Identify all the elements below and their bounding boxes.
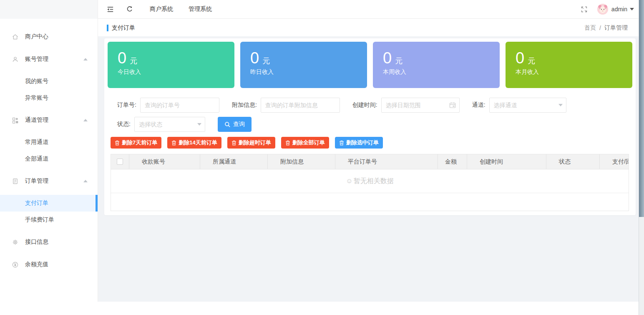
sidebar-item-label: 商户中心 — [25, 33, 48, 40]
sidebar-item-balance-recharge[interactable]: 余额充值 — [0, 253, 98, 276]
sidebar-item-common-channels[interactable]: 常用通道 — [0, 134, 98, 151]
top-header: 商户系统 管理系统 admin — [98, 0, 644, 19]
stat-card-yesterday: 0元 昨日收入 — [240, 42, 367, 88]
search-icon — [224, 121, 231, 128]
trash-icon — [171, 140, 176, 146]
sidebar-item-merchant-center[interactable]: 商户中心 — [0, 25, 98, 48]
stat-card-today: 0元 今日收入 — [108, 42, 234, 88]
header-cell: 收款账号 — [129, 154, 200, 169]
vertical-scrollbar[interactable] — [639, 0, 644, 315]
breadcrumb-bar: 支付订单 首页 / 订单管理 — [98, 19, 644, 36]
table-header: 收款账号 所属通道 附加信息 平台订单号 金额 创建时间 状态 支付/回... — [111, 154, 629, 169]
sidebar-logo-area — [0, 0, 98, 19]
sidebar-item-label: 余额充值 — [25, 261, 48, 268]
order-no-input[interactable] — [140, 98, 219, 113]
button-label: 删除14天前订单 — [179, 139, 217, 146]
chevron-down-icon[interactable] — [630, 8, 634, 10]
fullscreen-icon[interactable] — [580, 5, 589, 14]
empty-state: ☺ 暂无相关数据 — [111, 169, 629, 193]
stat-value: 0 — [516, 49, 524, 67]
button-label: 删除超时订单 — [239, 139, 271, 146]
content-panel: 0元 今日收入 0元 昨日收入 0元 本周收入 0元 本月收入 — [104, 38, 636, 215]
trash-icon — [339, 140, 344, 146]
header-cell: 支付/回... — [600, 154, 629, 169]
stat-unit: 元 — [395, 57, 402, 65]
sidebar-item-api-info[interactable]: 接口信息 — [0, 231, 98, 253]
button-label: 删除全部订单 — [292, 139, 325, 146]
search-button[interactable]: 查询 — [218, 117, 252, 132]
sidebar-submenu-order: 支付订单 手续费订单 — [0, 195, 98, 228]
avatar[interactable] — [597, 4, 608, 15]
nav-admin-system[interactable]: 管理系统 — [189, 5, 212, 13]
delete-14day-orders-button[interactable]: 删除14天前订单 — [167, 137, 221, 149]
page-title: 支付订单 — [112, 24, 135, 32]
chevron-up-icon — [83, 58, 88, 60]
sidebar-item-label: 接口信息 — [25, 238, 48, 246]
filter-form: 订单号: 附加信息: 创建时间: — [117, 98, 632, 132]
extra-info-label: 附加信息: — [232, 101, 257, 109]
channels-icon — [11, 116, 19, 124]
delete-timeout-orders-button[interactable]: 删除超时订单 — [227, 137, 275, 149]
bulk-actions: 删除7天前订单 删除14天前订单 删除超时订单 删除全部订单 删除选中订单 — [111, 137, 632, 149]
header-cell: 状态 — [546, 154, 600, 169]
header-cell: 金额 — [438, 154, 467, 169]
sidebar-item-payment-orders[interactable]: 支付订单 — [0, 195, 98, 212]
stat-value: 0 — [118, 49, 126, 67]
bottom-strip — [0, 302, 644, 315]
breadcrumb: 首页 / 订单管理 — [584, 24, 644, 32]
sidebar-item-label: 通道管理 — [25, 116, 48, 124]
sidebar-item-label: 支付订单 — [25, 199, 48, 207]
sidebar-item-fee-orders[interactable]: 手续费订单 — [0, 212, 98, 228]
sidebar-submenu-channel: 常用通道 全部通道 — [0, 134, 98, 167]
sidebar-item-label: 异常账号 — [25, 94, 48, 102]
trash-icon — [285, 140, 290, 146]
collapse-menu-icon[interactable] — [106, 5, 115, 14]
breadcrumb-separator: / — [599, 25, 601, 31]
sidebar: 商户中心 账号管理 我的账号 异常账号 通道管理 常 — [0, 0, 98, 302]
yen-circle-icon — [11, 261, 19, 268]
header-cell: 所属通道 — [200, 154, 268, 169]
orders-icon — [11, 177, 19, 185]
header-right: admin — [580, 4, 644, 15]
extra-info-input[interactable] — [261, 98, 340, 113]
date-range-input[interactable] — [381, 98, 460, 113]
gear-icon — [11, 238, 19, 246]
sidebar-item-order-mgmt[interactable]: 订单管理 — [0, 170, 98, 192]
stat-value: 0 — [383, 49, 392, 67]
chevron-up-icon — [83, 180, 88, 182]
sidebar-item-all-channels[interactable]: 全部通道 — [0, 151, 98, 167]
username[interactable]: admin — [611, 6, 627, 13]
main-content: 0元 今日收入 0元 昨日收入 0元 本周收入 0元 本月收入 — [98, 36, 644, 302]
sidebar-item-label: 常用通道 — [25, 139, 48, 146]
select-all-checkbox[interactable] — [117, 159, 123, 165]
button-label: 删除选中订单 — [346, 139, 379, 146]
stat-label: 本月收入 — [516, 68, 632, 76]
status-label: 状态: — [117, 121, 131, 128]
sidebar-submenu-account: 我的账号 异常账号 — [0, 73, 98, 106]
sidebar-item-label: 我的账号 — [25, 78, 48, 85]
nav-merchant-system[interactable]: 商户系统 — [150, 5, 173, 13]
stat-unit: 元 — [130, 57, 137, 65]
status-select[interactable] — [134, 117, 205, 132]
delete-7day-orders-button[interactable]: 删除7天前订单 — [111, 137, 161, 149]
delete-selected-orders-button[interactable]: 删除选中订单 — [335, 137, 383, 149]
chevron-up-icon — [83, 119, 88, 121]
sidebar-item-channel-mgmt[interactable]: 通道管理 — [0, 109, 98, 131]
sidebar-item-abnormal-account[interactable]: 异常账号 — [0, 90, 98, 106]
refresh-icon[interactable] — [125, 5, 134, 14]
delete-all-orders-button[interactable]: 删除全部订单 — [281, 137, 329, 149]
stats-row: 0元 今日收入 0元 昨日收入 0元 本周收入 0元 本月收入 — [108, 42, 632, 88]
sidebar-item-my-account[interactable]: 我的账号 — [0, 73, 98, 90]
trash-icon — [115, 140, 120, 146]
breadcrumb-home[interactable]: 首页 — [584, 24, 596, 32]
header-cell-checkbox — [111, 154, 129, 169]
header-cell: 创建时间 — [467, 154, 546, 169]
created-time-label: 创建时间: — [352, 101, 377, 109]
channel-select[interactable] — [489, 98, 566, 113]
stat-label: 昨日收入 — [250, 68, 367, 76]
button-label: 删除7天前订单 — [122, 139, 157, 146]
sidebar-item-account-mgmt[interactable]: 账号管理 — [0, 48, 98, 71]
stat-card-week: 0元 本周收入 — [373, 42, 500, 88]
empty-text: 暂无相关数据 — [354, 177, 394, 186]
scrollbar-thumb[interactable] — [639, 0, 644, 217]
